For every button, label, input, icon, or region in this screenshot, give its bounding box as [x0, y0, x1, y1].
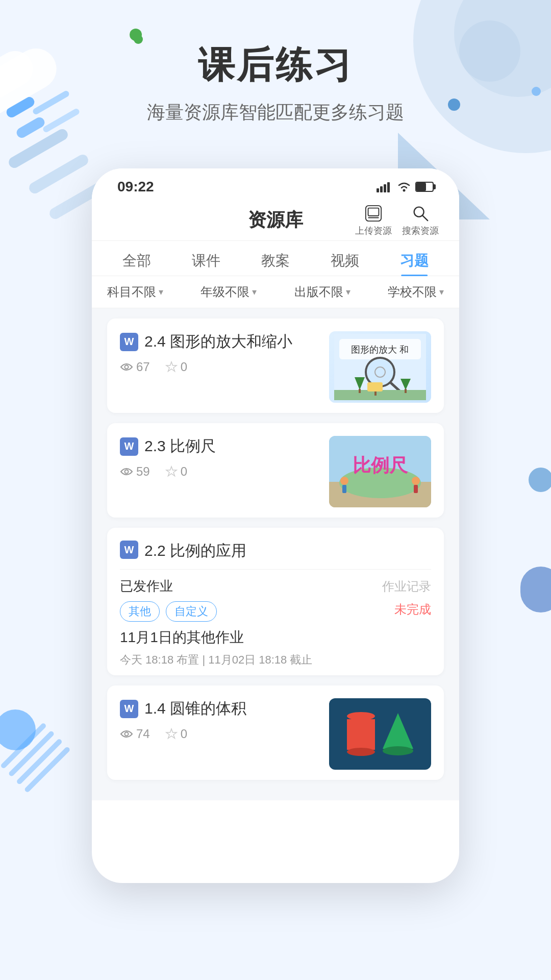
card-2-view-count: 59 [136, 464, 150, 479]
tab-lesson-plan[interactable]: 教案 [254, 246, 297, 276]
card-4-title: 1.4 圆锥的体积 [144, 698, 246, 719]
svg-rect-37 [367, 382, 383, 391]
card-1-star-count: 0 [181, 360, 187, 374]
tab-exercises[interactable]: 习题 [392, 246, 436, 276]
card-2-stars: 0 [165, 464, 187, 479]
upload-button[interactable]: 上传资源 [355, 204, 392, 237]
status-icons [377, 181, 434, 192]
card-1-thumb: 图形的放大 和 [329, 331, 431, 403]
hw-time: 今天 18:18 布置 | 11月02日 18:18 截止 [120, 652, 431, 668]
card-2-word-icon: W [120, 437, 138, 456]
page-subtitle: 海量资源库智能匹配更多练习题 [0, 100, 551, 125]
svg-rect-11 [0, 722, 47, 769]
svg-point-44 [340, 477, 348, 485]
hw-tags: 其他 自定义 [120, 601, 217, 622]
card-1-stars: 0 [165, 360, 187, 374]
search-label: 搜索资源 [402, 225, 439, 237]
status-bar: 09:22 [92, 168, 459, 200]
eye-icon-4 [120, 729, 133, 739]
filter-edition[interactable]: 出版不限 ▾ [294, 284, 350, 300]
svg-rect-15 [377, 188, 379, 192]
phone-mockup: 09:22 [92, 168, 459, 883]
card-4-stats: 74 0 [120, 727, 319, 741]
filter-grade[interactable]: 年级不限 ▾ [201, 284, 257, 300]
star-icon-2 [165, 465, 178, 478]
card-1-view-count: 67 [136, 360, 150, 374]
card-1-title-row: W 2.4 图形的放大和缩小 [120, 331, 319, 352]
svg-point-10 [0, 709, 36, 750]
card-2-title: 2.3 比例尺 [144, 436, 216, 457]
resource-card-4[interactable]: W 1.4 圆锥的体积 74 [107, 685, 444, 780]
filter-grade-label: 年级不限 [201, 284, 249, 300]
svg-point-39 [125, 470, 129, 474]
svg-line-24 [422, 215, 428, 220]
resource-card-2[interactable]: W 2.3 比例尺 59 [107, 423, 444, 518]
svg-rect-14 [24, 746, 71, 793]
svg-rect-16 [380, 186, 383, 192]
hw-tag-1: 其他 [120, 601, 160, 622]
star-icon-4 [165, 728, 178, 740]
card-1-views: 67 [120, 360, 150, 374]
tab-all[interactable]: 全部 [115, 246, 159, 276]
card-2-left: W 2.3 比例尺 59 [120, 436, 319, 479]
svg-point-48 [125, 732, 129, 736]
filter-school-label: 学校不限 [388, 284, 437, 300]
app-title: 资源库 [248, 208, 303, 233]
svg-point-8 [529, 468, 551, 492]
card-4-word-icon: W [120, 700, 138, 718]
card-2-stats: 59 0 [120, 464, 319, 479]
resource-card-3[interactable]: W 2.2 比例的应用 已发作业 作业记录 其他 自定义 未完成 [107, 528, 444, 675]
svg-rect-34 [359, 389, 361, 393]
card-1-word-icon: W [120, 333, 138, 351]
wifi-icon [397, 181, 411, 192]
svg-text:图形的放大 和: 图形的放大 和 [351, 345, 409, 355]
signal-icon [377, 181, 393, 192]
card-2-star-count: 0 [181, 464, 187, 479]
eye-icon [120, 362, 133, 372]
svg-point-46 [412, 477, 420, 485]
content-area: W 2.4 图形的放大和缩小 67 [92, 308, 459, 800]
hw-record-link[interactable]: 作业记录 [382, 578, 431, 595]
card-4-title-row: W 1.4 圆锥的体积 [120, 698, 319, 719]
svg-rect-9 [520, 567, 551, 612]
card-3-header: W 2.2 比例的应用 [107, 528, 444, 569]
card-2-views: 59 [120, 464, 150, 479]
upload-label: 上传资源 [355, 225, 392, 237]
svg-text:比例尺: 比例尺 [353, 455, 408, 476]
svg-rect-3 [27, 153, 90, 195]
filter-school[interactable]: 学校不限 ▾ [388, 284, 444, 300]
homework-section: 已发作业 作业记录 其他 自定义 未完成 11月1日的其他作业 今天 18:18… [107, 570, 444, 675]
svg-rect-21 [368, 208, 379, 215]
svg-rect-45 [342, 485, 346, 493]
tab-courseware[interactable]: 课件 [184, 246, 228, 276]
card-1-stats: 67 0 [120, 360, 319, 374]
card-1-left: W 2.4 图形的放大和缩小 67 [120, 331, 319, 374]
status-time: 09:22 [117, 179, 154, 195]
tab-video[interactable]: 视频 [323, 246, 367, 276]
svg-rect-13 [16, 738, 63, 785]
card-2-thumb: 比例尺 [329, 436, 431, 507]
svg-rect-18 [387, 182, 390, 192]
svg-point-19 [403, 189, 406, 192]
card-4-views: 74 [120, 727, 150, 741]
svg-point-25 [125, 365, 129, 369]
card-4-stars: 0 [165, 727, 187, 741]
svg-rect-38 [374, 391, 377, 396]
svg-rect-47 [414, 485, 418, 493]
resource-card-1[interactable]: W 2.4 图形的放大和缩小 67 [107, 318, 444, 413]
filter-subject[interactable]: 科目不限 ▾ [107, 284, 163, 300]
star-icon [165, 361, 178, 373]
tabs-row: 全部 课件 教案 视频 习题 [92, 241, 459, 276]
filter-edition-label: 出版不限 [294, 284, 343, 300]
hw-tag-2: 自定义 [166, 601, 217, 622]
homework-section-header: 已发作业 作业记录 [120, 577, 431, 595]
filter-subject-arrow: ▾ [159, 286, 163, 298]
search-button[interactable]: 搜索资源 [402, 204, 439, 237]
card-4-view-count: 74 [136, 727, 150, 741]
header-actions: 上传资源 搜索资源 [355, 204, 439, 237]
app-header: 资源库 上传资源 搜索资源 [92, 200, 459, 241]
filter-edition-arrow: ▾ [346, 286, 350, 298]
hw-section-title: 已发作业 [120, 577, 173, 595]
battery-icon [415, 182, 434, 192]
card-4-left: W 1.4 圆锥的体积 74 [120, 698, 319, 741]
